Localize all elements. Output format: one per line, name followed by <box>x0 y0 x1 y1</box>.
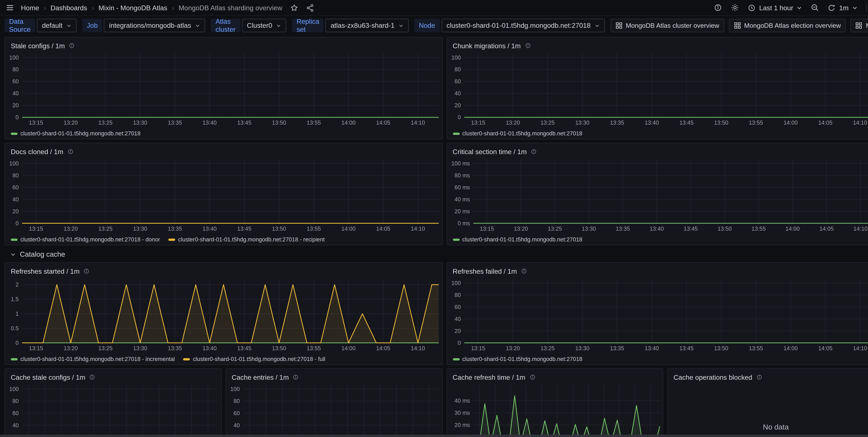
chart-legend: cluster0-shard-01-01.t5hdg.mongodb.net:2… <box>447 128 868 139</box>
info-icon[interactable] <box>525 42 531 49</box>
time-range-picker[interactable]: Last 1 hour <box>748 4 802 12</box>
variable-label[interactable]: Replica set <box>292 19 324 32</box>
legend-label: cluster0-shard-01-01.t5hdg.mongodb.net:2… <box>462 130 582 136</box>
legend-item[interactable]: cluster0-shard-01-01.t5hdg.mongodb.net:2… <box>11 128 141 139</box>
info-icon[interactable] <box>69 42 75 49</box>
time-series-chart[interactable]: 13:1513:2013:2513:3013:3513:4013:4513:50… <box>447 157 868 233</box>
svg-text:13:30: 13:30 <box>133 345 147 351</box>
svg-text:80: 80 <box>454 66 461 72</box>
star-icon[interactable] <box>290 4 298 12</box>
svg-text:13:15: 13:15 <box>29 345 43 351</box>
svg-text:14:10: 14:10 <box>853 345 867 351</box>
breadcrumb-home[interactable]: Home <box>21 4 39 12</box>
job-select[interactable]: integrations/mongodb-atlas <box>104 19 205 32</box>
panel-title[interactable]: Refreshes started / 1m <box>11 267 80 275</box>
chart-legend: cluster0-shard-01-01.t5hdg.mongodb.net:2… <box>447 233 868 245</box>
info-icon[interactable] <box>756 374 763 380</box>
no-data-chart[interactable]: No data <box>668 382 868 437</box>
variable-label[interactable]: Atlas cluster <box>211 19 240 32</box>
svg-text:13:25: 13:25 <box>98 225 113 232</box>
horizontal-scrollbar[interactable] <box>0 435 868 437</box>
svg-text:1: 1 <box>16 310 19 317</box>
node-select[interactable]: cluster0-shard-01-01.t5hdg.mongodb.net:2… <box>441 19 605 32</box>
svg-text:0: 0 <box>16 340 19 346</box>
time-series-chart[interactable]: 13:1513:2013:2513:3013:3513:4013:4513:50… <box>5 277 442 353</box>
info-icon[interactable] <box>531 149 537 155</box>
atlas-cluster-select[interactable]: Cluster0 <box>242 19 286 32</box>
svg-text:13:20: 13:20 <box>514 225 528 232</box>
info-icon[interactable] <box>89 374 95 380</box>
replica-set-select[interactable]: atlas-zx8u63-shard-1 <box>326 19 409 32</box>
time-series-chart[interactable]: 13:1513:2013:2513:3013:3513:4013:4513:50… <box>447 382 663 437</box>
dashboard-settings-icon[interactable] <box>731 3 739 12</box>
variable-label[interactable]: Node <box>414 19 440 32</box>
breadcrumb-dashboards[interactable]: Dashboards <box>51 4 87 12</box>
time-series-chart[interactable]: 13:1513:2013:2513:3013:3513:4013:4513:50… <box>447 51 868 128</box>
legend-label: cluster0-shard-01-01.t5hdg.mongodb.net:2… <box>21 356 175 362</box>
share-icon[interactable] <box>306 4 314 12</box>
variable-data-source: Data Source default <box>4 19 76 32</box>
svg-text:60: 60 <box>454 78 461 85</box>
panel-title[interactable]: Cache stale configs / 1m <box>11 373 85 381</box>
panel-title[interactable]: Cache operations blocked <box>674 373 752 381</box>
info-icon[interactable] <box>67 149 73 155</box>
dashboard-insights-icon[interactable] <box>714 3 722 12</box>
info-icon[interactable] <box>521 268 527 274</box>
link-election-overview[interactable]: MongoDB Atlas election overview <box>729 19 846 32</box>
svg-text:1.5: 1.5 <box>11 296 19 302</box>
panel-cache-operations-blocked: Cache operations blocked No data <box>667 368 868 437</box>
svg-text:0: 0 <box>458 114 461 120</box>
chevron-down-icon <box>797 5 802 10</box>
time-series-chart[interactable]: 13:1513:2013:2513:3013:3513:4013:4513:50… <box>5 51 442 128</box>
panel-title[interactable]: Cache entries / 1m <box>232 373 289 381</box>
breadcrumb-folder[interactable]: Mixin - MongoDB Atlas <box>98 4 167 12</box>
link-cluster-overview[interactable]: MongoDB Atlas cluster overview <box>610 19 724 32</box>
row-catalog-cache[interactable]: Catalog cache <box>10 250 868 259</box>
panel-title[interactable]: Cache refresh time / 1m <box>453 373 525 381</box>
svg-text:13:20: 13:20 <box>64 345 78 351</box>
refresh-picker[interactable]: 1m <box>828 4 858 12</box>
variable-label[interactable]: Data Source <box>4 19 35 32</box>
svg-text:20: 20 <box>454 327 461 334</box>
svg-text:0: 0 <box>16 114 19 120</box>
panel-title[interactable]: Stale configs / 1m <box>11 42 65 50</box>
svg-text:40: 40 <box>12 90 19 96</box>
time-series-chart[interactable]: 13:1513:2013:2513:3013:3513:4013:4513:50… <box>5 157 442 233</box>
svg-text:60 ms: 60 ms <box>454 184 470 191</box>
menu-icon[interactable] <box>6 3 14 12</box>
zoom-out-icon[interactable] <box>811 3 819 12</box>
svg-text:13:15: 13:15 <box>471 119 485 126</box>
breadcrumb-separator: › <box>167 4 179 12</box>
legend-item[interactable]: cluster0-shard-01-01.t5hdg.mongodb.net:2… <box>168 234 325 245</box>
time-series-chart[interactable]: 13:1513:2013:2513:3013:3513:4013:4513:50… <box>226 382 442 437</box>
svg-text:0 ms: 0 ms <box>458 220 470 226</box>
data-source-select[interactable]: default <box>37 19 76 32</box>
svg-text:13:50: 13:50 <box>717 225 732 232</box>
legend-item[interactable]: cluster0-shard-01-01.t5hdg.mongodb.net:2… <box>183 354 325 365</box>
info-icon[interactable] <box>84 268 90 274</box>
dashboard-links: MongoDB Atlas cluster overview MongoDB A… <box>610 19 868 32</box>
time-series-chart[interactable]: 13:1513:2013:2513:3013:3513:4013:4513:50… <box>447 277 868 353</box>
panel-title[interactable]: Refreshes failed / 1m <box>453 267 517 275</box>
panel-title[interactable]: Chunk migrations / 1m <box>453 42 521 50</box>
dashboard-controls-bar: Data Source default Job integrations/mon… <box>0 16 868 35</box>
svg-text:100: 100 <box>9 386 19 392</box>
legend-item[interactable]: cluster0-shard-01-01.t5hdg.mongodb.net:2… <box>11 234 160 245</box>
time-series-chart[interactable]: 13:1513:2013:2513:3013:3513:4013:4513:50… <box>5 382 221 437</box>
legend-item[interactable]: cluster0-shard-01-01.t5hdg.mongodb.net:2… <box>453 354 582 365</box>
info-icon[interactable] <box>293 374 299 380</box>
panel-cache-stale-configs: Cache stale configs / 1m 13:1513:2013:25… <box>4 368 221 437</box>
legend-item[interactable]: cluster0-shard-01-01.t5hdg.mongodb.net:2… <box>453 128 582 139</box>
panel-title[interactable]: Critical section time / 1m <box>453 148 527 156</box>
legend-item[interactable]: cluster0-shard-01-01.t5hdg.mongodb.net:2… <box>453 234 582 245</box>
panel-title[interactable]: Docs cloned / 1m <box>11 148 63 156</box>
link-operations-overview[interactable]: MongoDB Atlas operations overview <box>850 19 868 32</box>
svg-text:60: 60 <box>12 78 19 85</box>
svg-text:13:35: 13:35 <box>610 345 624 351</box>
svg-text:13:30: 13:30 <box>133 119 147 126</box>
variable-label[interactable]: Job <box>82 19 102 32</box>
info-icon[interactable] <box>529 374 535 380</box>
svg-text:13:30: 13:30 <box>133 225 147 232</box>
legend-item[interactable]: cluster0-shard-01-01.t5hdg.mongodb.net:2… <box>11 354 175 365</box>
legend-swatch <box>453 132 459 134</box>
